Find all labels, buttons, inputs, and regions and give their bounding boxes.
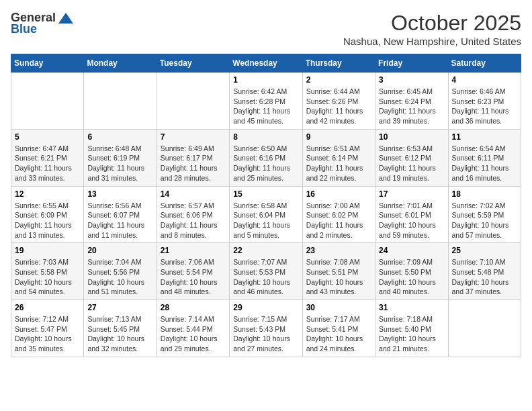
day-number: 21 xyxy=(161,246,226,255)
day-number: 27 xyxy=(87,303,152,312)
calendar-cell: 9Sunrise: 6:51 AMSunset: 6:14 PMDaylight… xyxy=(302,129,375,186)
day-info: Sunrise: 7:08 AMSunset: 5:51 PMDaylight:… xyxy=(306,257,371,297)
calendar-cell: 3Sunrise: 6:45 AMSunset: 6:24 PMDaylight… xyxy=(375,73,448,130)
day-info: Sunrise: 6:56 AMSunset: 6:07 PMDaylight:… xyxy=(87,201,152,240)
calendar-cell: 8Sunrise: 6:50 AMSunset: 6:16 PMDaylight… xyxy=(230,129,302,186)
day-number: 24 xyxy=(379,246,444,255)
calendar-cell: 11Sunrise: 6:54 AMSunset: 6:11 PMDayligh… xyxy=(448,129,521,186)
calendar-cell: 6Sunrise: 6:48 AMSunset: 6:19 PMDaylight… xyxy=(84,129,157,186)
day-info: Sunrise: 7:15 AMSunset: 5:43 PMDaylight:… xyxy=(233,314,298,354)
calendar-week-3: 12Sunrise: 6:55 AMSunset: 6:09 PMDayligh… xyxy=(11,186,521,243)
day-number: 1 xyxy=(233,75,298,85)
day-info: Sunrise: 6:53 AMSunset: 6:12 PMDaylight:… xyxy=(379,144,444,183)
calendar-cell: 13Sunrise: 6:56 AMSunset: 6:07 PMDayligh… xyxy=(84,186,157,243)
day-number: 11 xyxy=(452,132,517,142)
logo-icon xyxy=(58,13,73,24)
day-number: 3 xyxy=(379,75,444,85)
day-info: Sunrise: 7:07 AMSunset: 5:53 PMDaylight:… xyxy=(233,257,298,297)
day-info: Sunrise: 6:45 AMSunset: 6:24 PMDaylight:… xyxy=(379,87,444,126)
day-info: Sunrise: 6:47 AMSunset: 6:21 PMDaylight:… xyxy=(15,144,80,183)
calendar-week-5: 26Sunrise: 7:12 AMSunset: 5:47 PMDayligh… xyxy=(11,300,521,357)
day-number: 28 xyxy=(161,303,226,312)
day-info: Sunrise: 7:06 AMSunset: 5:54 PMDaylight:… xyxy=(161,257,226,297)
day-info: Sunrise: 6:42 AMSunset: 6:28 PMDaylight:… xyxy=(233,87,298,126)
page-header: General Blue October 2025 Nashua, New Ha… xyxy=(11,11,521,47)
calendar-cell: 25Sunrise: 7:10 AMSunset: 5:48 PMDayligh… xyxy=(448,243,521,300)
calendar-table: SundayMondayTuesdayWednesdayThursdayFrid… xyxy=(11,54,521,357)
day-info: Sunrise: 6:50 AMSunset: 6:16 PMDaylight:… xyxy=(233,144,298,183)
calendar-cell: 2Sunrise: 6:44 AMSunset: 6:26 PMDaylight… xyxy=(302,73,375,130)
calendar-cell: 15Sunrise: 6:58 AMSunset: 6:04 PMDayligh… xyxy=(230,186,302,243)
logo: General Blue xyxy=(11,11,73,36)
day-info: Sunrise: 6:58 AMSunset: 6:04 PMDaylight:… xyxy=(233,201,298,240)
day-number: 17 xyxy=(379,189,444,199)
calendar-cell: 30Sunrise: 7:17 AMSunset: 5:41 PMDayligh… xyxy=(302,300,375,357)
calendar-cell: 5Sunrise: 6:47 AMSunset: 6:21 PMDaylight… xyxy=(11,129,84,186)
day-number: 7 xyxy=(161,132,226,142)
day-number: 26 xyxy=(15,303,80,312)
calendar-cell: 19Sunrise: 7:03 AMSunset: 5:58 PMDayligh… xyxy=(11,243,84,300)
day-number: 10 xyxy=(379,132,444,142)
day-number: 20 xyxy=(87,246,152,255)
day-number: 14 xyxy=(161,189,226,199)
day-number: 12 xyxy=(15,189,80,199)
calendar-cell: 24Sunrise: 7:09 AMSunset: 5:50 PMDayligh… xyxy=(375,243,448,300)
day-info: Sunrise: 6:44 AMSunset: 6:26 PMDaylight:… xyxy=(306,87,371,126)
day-number: 31 xyxy=(379,303,444,312)
calendar-cell: 28Sunrise: 7:14 AMSunset: 5:44 PMDayligh… xyxy=(157,300,229,357)
calendar-cell: 23Sunrise: 7:08 AMSunset: 5:51 PMDayligh… xyxy=(302,243,375,300)
day-number: 23 xyxy=(306,246,371,255)
calendar-cell xyxy=(11,73,84,130)
header-friday: Friday xyxy=(375,54,448,73)
calendar-cell: 27Sunrise: 7:13 AMSunset: 5:45 PMDayligh… xyxy=(84,300,157,357)
calendar-cell: 22Sunrise: 7:07 AMSunset: 5:53 PMDayligh… xyxy=(230,243,302,300)
day-number: 22 xyxy=(233,246,298,255)
logo-blue-text: Blue xyxy=(11,22,37,36)
svg-marker-0 xyxy=(58,13,73,24)
calendar-cell: 20Sunrise: 7:04 AMSunset: 5:56 PMDayligh… xyxy=(84,243,157,300)
day-info: Sunrise: 7:10 AMSunset: 5:48 PMDaylight:… xyxy=(452,257,517,297)
calendar-week-4: 19Sunrise: 7:03 AMSunset: 5:58 PMDayligh… xyxy=(11,243,521,300)
location-title: Nashua, New Hampshire, United States xyxy=(343,36,521,47)
day-info: Sunrise: 7:13 AMSunset: 5:45 PMDaylight:… xyxy=(87,314,152,354)
calendar-cell: 26Sunrise: 7:12 AMSunset: 5:47 PMDayligh… xyxy=(11,300,84,357)
day-info: Sunrise: 7:17 AMSunset: 5:41 PMDaylight:… xyxy=(306,314,371,354)
day-info: Sunrise: 7:04 AMSunset: 5:56 PMDaylight:… xyxy=(87,257,152,297)
calendar-week-2: 5Sunrise: 6:47 AMSunset: 6:21 PMDaylight… xyxy=(11,129,521,186)
day-number: 6 xyxy=(87,132,152,142)
calendar-cell: 29Sunrise: 7:15 AMSunset: 5:43 PMDayligh… xyxy=(230,300,302,357)
day-info: Sunrise: 6:55 AMSunset: 6:09 PMDaylight:… xyxy=(15,201,80,240)
day-info: Sunrise: 6:54 AMSunset: 6:11 PMDaylight:… xyxy=(452,144,517,183)
header-tuesday: Tuesday xyxy=(157,54,229,73)
day-info: Sunrise: 7:18 AMSunset: 5:40 PMDaylight:… xyxy=(379,314,444,354)
day-info: Sunrise: 6:57 AMSunset: 6:06 PMDaylight:… xyxy=(161,201,226,240)
calendar-cell: 7Sunrise: 6:49 AMSunset: 6:17 PMDaylight… xyxy=(157,129,229,186)
day-info: Sunrise: 7:09 AMSunset: 5:50 PMDaylight:… xyxy=(379,257,444,297)
day-info: Sunrise: 7:14 AMSunset: 5:44 PMDaylight:… xyxy=(161,314,226,354)
calendar-cell: 16Sunrise: 7:00 AMSunset: 6:02 PMDayligh… xyxy=(302,186,375,243)
header-monday: Monday xyxy=(84,54,157,73)
day-info: Sunrise: 6:49 AMSunset: 6:17 PMDaylight:… xyxy=(161,144,226,183)
month-title: October 2025 xyxy=(343,11,521,36)
day-info: Sunrise: 7:00 AMSunset: 6:02 PMDaylight:… xyxy=(306,201,371,240)
day-number: 8 xyxy=(233,132,298,142)
calendar-cell: 1Sunrise: 6:42 AMSunset: 6:28 PMDaylight… xyxy=(230,73,302,130)
day-number: 4 xyxy=(452,75,517,85)
day-number: 2 xyxy=(306,75,371,85)
calendar-cell: 10Sunrise: 6:53 AMSunset: 6:12 PMDayligh… xyxy=(375,129,448,186)
day-info: Sunrise: 6:48 AMSunset: 6:19 PMDaylight:… xyxy=(87,144,152,183)
calendar-cell: 14Sunrise: 6:57 AMSunset: 6:06 PMDayligh… xyxy=(157,186,229,243)
calendar-cell: 17Sunrise: 7:01 AMSunset: 6:01 PMDayligh… xyxy=(375,186,448,243)
calendar-cell xyxy=(84,73,157,130)
day-info: Sunrise: 6:46 AMSunset: 6:23 PMDaylight:… xyxy=(452,87,517,126)
calendar-cell: 18Sunrise: 7:02 AMSunset: 5:59 PMDayligh… xyxy=(448,186,521,243)
calendar-cell: 31Sunrise: 7:18 AMSunset: 5:40 PMDayligh… xyxy=(375,300,448,357)
day-number: 9 xyxy=(306,132,371,142)
calendar-cell: 4Sunrise: 6:46 AMSunset: 6:23 PMDaylight… xyxy=(448,73,521,130)
day-number: 19 xyxy=(15,246,80,255)
header-wednesday: Wednesday xyxy=(230,54,302,73)
day-number: 13 xyxy=(87,189,152,199)
day-number: 15 xyxy=(233,189,298,199)
calendar-week-1: 1Sunrise: 6:42 AMSunset: 6:28 PMDaylight… xyxy=(11,73,521,130)
day-info: Sunrise: 7:03 AMSunset: 5:58 PMDaylight:… xyxy=(15,257,80,297)
